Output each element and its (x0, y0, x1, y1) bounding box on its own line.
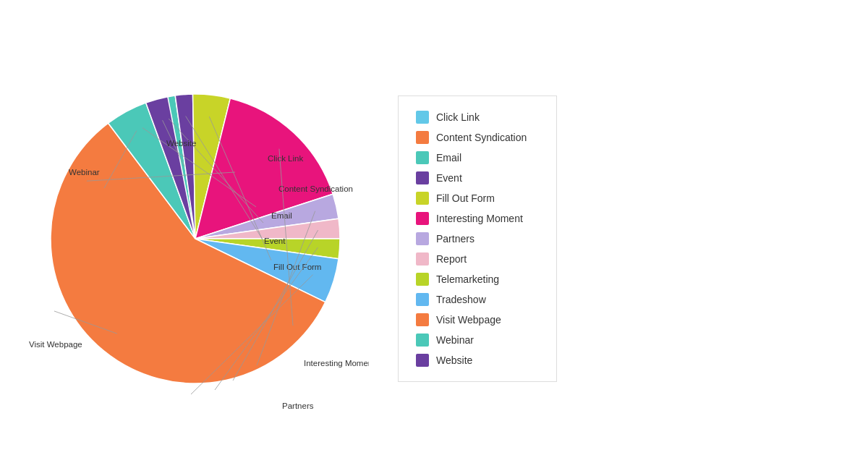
legend-item-click-link: Click Link (416, 111, 539, 124)
pie-label-click-link: Click Link (268, 154, 303, 163)
legend-label-7: Report (436, 253, 467, 265)
legend-label-4: Fill Out Form (436, 192, 495, 204)
pie-label-website: Website (166, 139, 196, 148)
legend-label-10: Visit Webpage (436, 314, 501, 326)
legend-swatch-12 (416, 354, 429, 367)
legend-item-event: Event (416, 171, 539, 184)
legend-item-website: Website (416, 354, 539, 367)
pie-label-webinar: Webinar (69, 168, 100, 177)
legend-swatch-7 (416, 252, 429, 266)
legend-label-9: Tradeshow (436, 294, 486, 305)
legend-item-fill-out-form: Fill Out Form (416, 192, 539, 205)
legend-label-12: Website (436, 354, 472, 366)
pie-label-visit-webpage: Visit Webpage (29, 340, 82, 349)
pie-svg: Click LinkContent SyndicationEmailEventF… (22, 65, 369, 412)
legend-item-telemarketing: Telemarketing (416, 273, 539, 286)
pie-label-event: Event (264, 237, 286, 245)
legend-label-5: Interesting Moment (436, 213, 523, 224)
legend-label-11: Webinar (436, 334, 474, 346)
legend-item-visit-webpage: Visit Webpage (416, 313, 539, 326)
legend-label-3: Event (436, 172, 462, 184)
legend-item-partners: Partners (416, 232, 539, 245)
pie-chart: Click LinkContent SyndicationEmailEventF… (22, 65, 369, 412)
pie-label-content-syndication: Content Syndication (278, 184, 353, 193)
pie-label-interesting-moment: Interesting Moment (304, 359, 369, 368)
legend-swatch-10 (416, 313, 429, 326)
legend-item-report: Report (416, 252, 539, 266)
legend-label-6: Partners (436, 233, 475, 245)
legend-swatch-5 (416, 212, 429, 225)
pie-label-partners: Partners (282, 402, 314, 410)
legend: Click LinkContent SyndicationEmailEventF… (398, 95, 557, 382)
legend-item-tradeshow: Tradeshow (416, 293, 539, 306)
legend-swatch-8 (416, 273, 429, 286)
chart-area: Click LinkContent SyndicationEmailEventF… (22, 29, 846, 449)
pie-label-email: Email (271, 211, 292, 220)
legend-item-interesting-moment: Interesting Moment (416, 212, 539, 225)
legend-swatch-2 (416, 151, 429, 164)
legend-swatch-11 (416, 334, 429, 347)
legend-swatch-4 (416, 192, 429, 205)
legend-swatch-9 (416, 293, 429, 306)
legend-item-content-syndication: Content Syndication (416, 131, 539, 144)
legend-label-1: Content Syndication (436, 132, 527, 143)
legend-label-2: Email (436, 152, 461, 163)
legend-item-email: Email (416, 151, 539, 164)
legend-swatch-0 (416, 111, 429, 124)
legend-swatch-3 (416, 171, 429, 184)
page-container: Click LinkContent SyndicationEmailEventF… (0, 0, 868, 463)
legend-label-8: Telemarketing (436, 273, 499, 285)
legend-swatch-1 (416, 131, 429, 144)
legend-label-0: Click Link (436, 111, 480, 123)
legend-swatch-6 (416, 232, 429, 245)
legend-item-webinar: Webinar (416, 334, 539, 347)
